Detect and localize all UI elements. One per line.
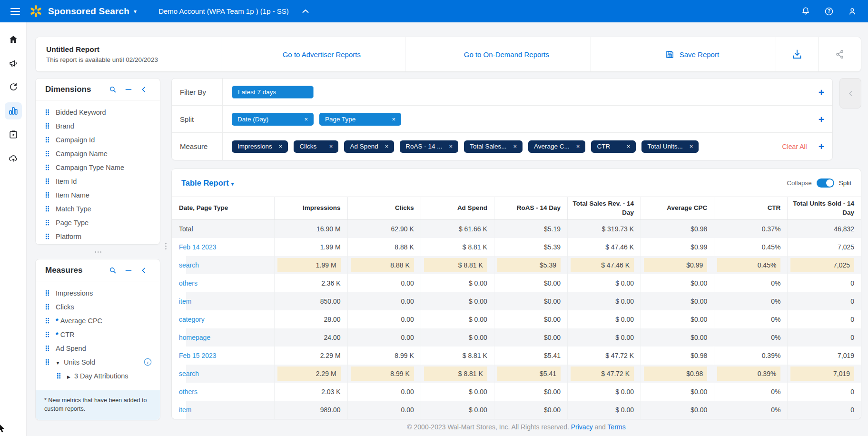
measure-chip[interactable]: Clicks× [294, 140, 338, 153]
dimensions-search-icon[interactable] [108, 85, 117, 94]
drag-handle-icon[interactable] [45, 123, 49, 129]
dimension-item[interactable]: Platform [36, 229, 160, 243]
collapse-split-toggle[interactable] [817, 178, 834, 188]
drag-handle-icon[interactable] [45, 137, 49, 143]
row-label-link[interactable]: search [179, 370, 199, 377]
measure-item[interactable]: ▼Units Soldi [36, 355, 160, 369]
drag-handle-icon[interactable] [45, 109, 49, 115]
drag-handle-icon[interactable] [45, 150, 49, 157]
remove-chip-icon[interactable]: × [392, 116, 395, 123]
drag-handle-icon[interactable] [45, 233, 49, 239]
measure-chip[interactable]: RoAS - 14 ...× [400, 140, 458, 153]
measure-item[interactable]: *CTR [36, 327, 160, 341]
drag-handle-icon[interactable] [45, 219, 49, 226]
remove-chip-icon[interactable]: × [576, 143, 580, 150]
column-header[interactable]: Average CPC [641, 197, 714, 220]
remove-chip-icon[interactable]: × [329, 143, 333, 150]
row-label-link[interactable]: homepage [179, 334, 210, 341]
remove-chip-icon[interactable]: × [513, 143, 517, 150]
add-measure-plus-icon[interactable]: + [819, 141, 824, 151]
column-header[interactable]: CTR [714, 197, 788, 220]
user-account-icon[interactable] [847, 6, 858, 17]
row-label-link[interactable]: item [179, 297, 191, 305]
row-label-link[interactable]: others [179, 388, 197, 396]
dimension-item[interactable]: Campaign Name [36, 147, 160, 160]
terms-link[interactable]: Terms [608, 423, 626, 431]
column-header[interactable]: Impressions [274, 197, 347, 220]
download-report-button[interactable] [776, 37, 819, 71]
nav-home-icon[interactable] [5, 31, 22, 48]
app-title-caret-down-icon[interactable]: ▾ [134, 8, 137, 15]
dimension-item[interactable]: Campaign Type Name [36, 160, 160, 174]
remove-chip-icon[interactable]: × [385, 143, 389, 150]
drag-handle-icon[interactable] [45, 359, 49, 365]
measures-chevron-left-icon[interactable] [140, 267, 148, 274]
drag-handle-icon[interactable] [45, 192, 49, 198]
column-header[interactable]: Total Units Sold - 14 Day [788, 197, 861, 220]
info-icon[interactable]: i [143, 357, 152, 367]
drag-handle-icon[interactable] [45, 178, 49, 184]
drag-handle-icon[interactable] [45, 317, 49, 324]
measure-item[interactable]: Clicks [36, 300, 160, 314]
measure-chip[interactable]: Ad Spend× [344, 140, 394, 153]
drag-handle-icon[interactable] [45, 290, 49, 296]
row-label-link[interactable]: search [179, 261, 199, 269]
measure-chip[interactable]: Total Sales...× [464, 140, 523, 153]
nav-upload-cloud-icon[interactable] [5, 150, 22, 167]
filter-chip[interactable]: Latest 7 days [232, 86, 314, 99]
ondemand-reports-link[interactable]: Go to On-Demand Reports [464, 50, 549, 59]
remove-chip-icon[interactable]: × [449, 143, 453, 150]
caret-right-icon[interactable]: ▶ [67, 375, 70, 379]
measures-collapse-minus-icon[interactable] [124, 266, 133, 275]
row-label-link[interactable]: others [179, 279, 197, 287]
dimension-item[interactable]: Item Name [36, 188, 160, 202]
dimension-item[interactable]: Item Id [36, 174, 160, 188]
measure-item[interactable]: Ad Spend [36, 341, 160, 355]
row-label-link[interactable]: item [179, 406, 191, 414]
save-report-button[interactable]: Save Report [591, 37, 777, 71]
row-label-link[interactable]: Feb 15 2023 [179, 352, 217, 359]
row-label-link[interactable]: Feb 14 2023 [179, 243, 217, 251]
add-split-plus-icon[interactable]: + [819, 114, 824, 124]
dimension-item[interactable]: Bidded Keyword [36, 105, 160, 119]
column-header[interactable]: Date, Page Type [172, 197, 274, 220]
drag-handle-icon[interactable] [45, 206, 49, 212]
measure-chip[interactable]: Impressions× [232, 140, 288, 153]
measure-item[interactable]: Impressions [36, 286, 160, 300]
measure-chip[interactable]: CTR× [591, 140, 636, 153]
add-filter-plus-icon[interactable]: + [819, 87, 824, 97]
hamburger-menu-icon[interactable] [10, 8, 20, 15]
drag-handle-icon[interactable] [45, 331, 49, 337]
dimensions-collapse-minus-icon[interactable] [124, 85, 133, 94]
measure-chip[interactable]: Average C...× [528, 140, 585, 153]
clear-all-button[interactable]: Clear All [778, 143, 807, 150]
measure-item[interactable]: *Average CPC [36, 314, 160, 327]
panel-resize-handle[interactable] [35, 245, 160, 259]
remove-chip-icon[interactable]: × [279, 143, 283, 150]
column-header[interactable]: RoAS - 14 Day [494, 197, 567, 220]
remove-chip-icon[interactable]: × [690, 143, 693, 150]
remove-chip-icon[interactable]: × [304, 116, 308, 123]
advertiser-reports-link[interactable]: Go to Advertiser Reports [283, 50, 361, 59]
drag-handle-icon[interactable] [45, 304, 49, 310]
notifications-bell-icon[interactable] [800, 6, 811, 17]
help-icon[interactable]: ? [824, 6, 834, 17]
collapse-panel-button[interactable] [839, 78, 861, 109]
nav-campaigns-megaphone-icon[interactable] [5, 55, 22, 72]
split-chip[interactable]: Page Type× [319, 113, 401, 126]
split-chip[interactable]: Date (Day)× [232, 113, 314, 126]
caret-down-icon[interactable]: ▼ [56, 361, 60, 366]
drag-handle-icon[interactable] [57, 373, 61, 379]
column-header[interactable]: Ad Spend [421, 197, 494, 220]
measures-search-icon[interactable] [108, 266, 117, 275]
nav-reports-bar-chart-icon[interactable] [5, 102, 22, 119]
privacy-link[interactable]: Privacy [571, 423, 593, 431]
column-header[interactable]: Clicks [347, 197, 421, 220]
account-chevron-up-icon[interactable] [302, 9, 309, 13]
dimension-item[interactable]: Match Type [36, 202, 160, 216]
dimension-item[interactable]: Page Type [36, 216, 160, 229]
row-label-link[interactable]: category [179, 316, 205, 323]
column-header[interactable]: Total Sales Rev. - 14 Day [568, 197, 641, 220]
table-report-title-dropdown[interactable]: Table Report▾ [181, 178, 234, 188]
column-resize-handle[interactable] [165, 242, 167, 250]
